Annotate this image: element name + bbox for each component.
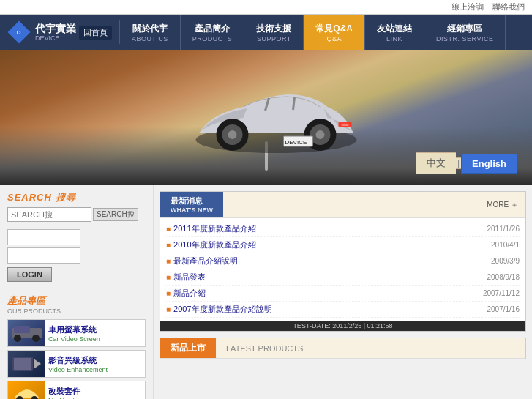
nav-item-about[interactable]: 關於代宇 ABOUT US bbox=[120, 15, 181, 50]
news-item-4: ■ 新品發表 2008/9/18 bbox=[166, 269, 520, 286]
search-title: SEARCH 搜尋 bbox=[7, 191, 146, 204]
news-date-3: 2009/3/9 bbox=[491, 257, 520, 265]
svg-marker-19 bbox=[34, 359, 41, 369]
contact-us-link[interactable]: 聯絡我們 bbox=[492, 1, 525, 12]
login-section: LOGIN bbox=[7, 229, 146, 282]
news-date-6: 2007/1/16 bbox=[487, 305, 520, 313]
svg-text:DEVICE: DEVICE bbox=[285, 139, 307, 146]
status-bar: TEST-DATE: 2011/2/25 | 01:21:58 bbox=[160, 321, 525, 331]
nav-item-support[interactable]: 技術支援 SUPPORT bbox=[244, 15, 304, 50]
online-consult-link[interactable]: 線上洽詢 bbox=[452, 1, 484, 12]
news-date-4: 2008/9/18 bbox=[487, 273, 520, 281]
product-text-1: 車用螢幕系統 Car Video Screen bbox=[45, 323, 104, 344]
news-bullet-1: ■ bbox=[166, 225, 171, 233]
news-link-2[interactable]: 2010年度新款產品介紹 bbox=[173, 239, 491, 250]
svg-point-3 bbox=[228, 130, 236, 139]
lang-divider: | bbox=[456, 157, 461, 169]
products-section: 產品專區 OUR PRODUCTS 車用螢幕系統 Car Video Scree… bbox=[7, 294, 146, 399]
search-row: SEARCH搜 bbox=[7, 207, 146, 222]
logo-text: 代宇實業 bbox=[35, 23, 76, 35]
news-bullet-3: ■ bbox=[166, 257, 171, 265]
news-date-5: 2007/11/12 bbox=[483, 289, 520, 297]
product-thumb-1 bbox=[8, 320, 45, 346]
product-text-3: 改裝套件 Modification bbox=[45, 384, 87, 400]
news-item-5: ■ 新品介紹 2007/11/12 bbox=[166, 286, 520, 302]
password-field[interactable] bbox=[7, 247, 80, 264]
svg-rect-14 bbox=[14, 326, 30, 333]
top-bar: 線上洽詢 聯絡我們 bbox=[0, 0, 532, 15]
nav-item-link[interactable]: 友站連結 LINK bbox=[365, 15, 424, 50]
news-item-1: ■ 2011年度新款產品介紹 2011/1/26 bbox=[166, 221, 520, 237]
svg-point-15 bbox=[14, 335, 21, 342]
home-button[interactable]: 回首頁 bbox=[79, 26, 112, 40]
latest-tab-active[interactable]: 新品上市 bbox=[160, 338, 216, 358]
news-link-6[interactable]: 2007年度新款產品介紹說明 bbox=[173, 304, 487, 315]
latest-section: 新品上市 LATEST PRODUCTS bbox=[160, 338, 526, 359]
product-thumb-3 bbox=[8, 381, 45, 399]
nav-item-dealer[interactable]: 經銷專區 DISTR. SERVICE bbox=[424, 15, 506, 50]
news-date-2: 2010/4/1 bbox=[491, 241, 520, 249]
news-bullet-6: ■ bbox=[166, 305, 171, 313]
news-bullet-2: ■ bbox=[166, 241, 171, 249]
login-button[interactable]: LOGIN bbox=[7, 267, 52, 282]
news-header: 最新消息 WHAT'S NEW MORE ＋ bbox=[160, 192, 525, 218]
news-item-6: ■ 2007年度新款產品介紹說明 2007/1/16 bbox=[166, 302, 520, 318]
hero-banner: DEVICE 中文 | English bbox=[0, 50, 532, 185]
username-field[interactable] bbox=[7, 229, 80, 245]
latest-tab-en: LATEST PRODUCTS bbox=[216, 340, 313, 357]
search-input[interactable] bbox=[7, 207, 91, 222]
news-link-4[interactable]: 新品發表 bbox=[173, 272, 487, 283]
nav-items: 關於代宇 ABOUT US 產品簡介 PRODUCTS 技術支援 SUPPORT… bbox=[120, 15, 532, 50]
news-bullet-5: ■ bbox=[166, 289, 171, 297]
nav-logo: D 代宇實業 DEVICE 回首頁 bbox=[0, 20, 120, 44]
product-text-2: 影音異級系統 Video Enhancement bbox=[45, 354, 111, 375]
news-link-5[interactable]: 新品介紹 bbox=[173, 288, 483, 299]
svg-line-12 bbox=[293, 97, 294, 110]
svg-point-6 bbox=[315, 130, 324, 139]
main-content: SEARCH 搜尋 SEARCH搜 LOGIN 產品專區 OUR PRODUCT… bbox=[0, 185, 532, 399]
svg-rect-18 bbox=[14, 358, 31, 370]
news-link-1[interactable]: 2011年度新款產品介紹 bbox=[173, 223, 487, 234]
search-section: SEARCH 搜尋 SEARCH搜 bbox=[7, 191, 146, 222]
sidebar: SEARCH 搜尋 SEARCH搜 LOGIN 產品專區 OUR PRODUCT… bbox=[0, 185, 154, 399]
lang-english-button[interactable]: English bbox=[461, 154, 517, 174]
product-thumb-2 bbox=[8, 351, 45, 377]
right-content: 最新消息 WHAT'S NEW MORE ＋ ■ 2011年度新款產品介紹 20… bbox=[154, 185, 532, 399]
sidebar-divider bbox=[7, 288, 146, 288]
products-title-en: OUR PRODUCTS bbox=[7, 307, 146, 315]
latest-header: 新品上市 LATEST PRODUCTS bbox=[160, 338, 525, 359]
news-link-3[interactable]: 最新產品介紹說明 bbox=[173, 256, 491, 266]
product-item-1[interactable]: 車用螢幕系統 Car Video Screen bbox=[7, 319, 146, 347]
news-item-3: ■ 最新產品介紹說明 2009/3/9 bbox=[166, 253, 520, 269]
news-item-2: ■ 2010年度新款產品介紹 2010/4/1 bbox=[166, 237, 520, 253]
logo-sub: DEVICE bbox=[35, 34, 76, 42]
nav-bar: D 代宇實業 DEVICE 回首頁 關於代宇 ABOUT US 產品簡介 PRO… bbox=[0, 15, 532, 50]
news-section: 最新消息 WHAT'S NEW MORE ＋ ■ 2011年度新款產品介紹 20… bbox=[160, 191, 526, 332]
lang-chinese-button[interactable]: 中文 bbox=[416, 152, 456, 174]
svg-point-16 bbox=[32, 335, 40, 342]
search-button[interactable]: SEARCH搜 bbox=[93, 208, 138, 221]
language-switcher: 中文 | English bbox=[416, 152, 517, 174]
news-bullet-4: ■ bbox=[166, 273, 171, 281]
news-date-1: 2011/1/26 bbox=[487, 225, 520, 233]
nav-item-products[interactable]: 產品簡介 PRODUCTS bbox=[181, 15, 245, 50]
news-tab-active[interactable]: 最新消息 WHAT'S NEW bbox=[160, 192, 223, 217]
product-item-3[interactable]: 改裝套件 Modification bbox=[7, 381, 146, 399]
products-title: 產品專區 bbox=[7, 294, 146, 307]
product-item-2[interactable]: 影音異級系統 Video Enhancement bbox=[7, 350, 146, 378]
news-more-button[interactable]: MORE ＋ bbox=[479, 196, 525, 214]
news-list: ■ 2011年度新款產品介紹 2011/1/26 ■ 2010年度新款產品介紹 … bbox=[160, 218, 525, 321]
nav-item-faq[interactable]: 常見Q&A Q&A bbox=[304, 15, 365, 50]
svg-rect-8 bbox=[341, 124, 348, 126]
